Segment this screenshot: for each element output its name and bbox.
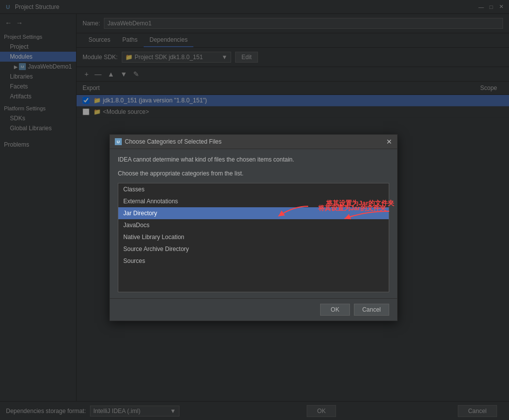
modal-desc2: Choose the appropriate categories from t…: [118, 169, 389, 178]
modal-title: Choose Categories of Selected Files: [125, 138, 386, 145]
modal-list-container: Classes External Annotations Jar Directo…: [118, 183, 389, 292]
modal-icon: U: [115, 138, 122, 145]
modal-title-bar: U Choose Categories of Selected Files ✕: [110, 135, 397, 149]
list-item-classes[interactable]: Classes: [118, 183, 389, 195]
modal-cancel-button[interactable]: Cancel: [354, 304, 389, 316]
list-item-native-library[interactable]: Native Library Location: [118, 231, 389, 243]
list-item-source-archive[interactable]: Source Archive Directory: [118, 243, 389, 255]
list-item-jar-directory[interactable]: Jar Directory: [118, 207, 389, 219]
modal-body: IDEA cannot determine what kind of files…: [110, 149, 397, 298]
list-item-javadocs[interactable]: JavaDocs: [118, 219, 389, 231]
modal-desc1: IDEA cannot determine what kind of files…: [118, 155, 389, 164]
modal-dialog: U Choose Categories of Selected Files ✕ …: [109, 134, 398, 321]
modal-footer: OK Cancel: [110, 298, 397, 321]
modal-close-button[interactable]: ✕: [386, 138, 392, 146]
modal-overlay: U Choose Categories of Selected Files ✕ …: [0, 0, 509, 420]
modal-list: Classes External Annotations Jar Directo…: [118, 183, 389, 292]
modal-ok-button[interactable]: OK: [320, 304, 349, 316]
list-item-external-annotations[interactable]: External Annotations: [118, 195, 389, 207]
list-item-sources[interactable]: Sources: [118, 255, 389, 267]
